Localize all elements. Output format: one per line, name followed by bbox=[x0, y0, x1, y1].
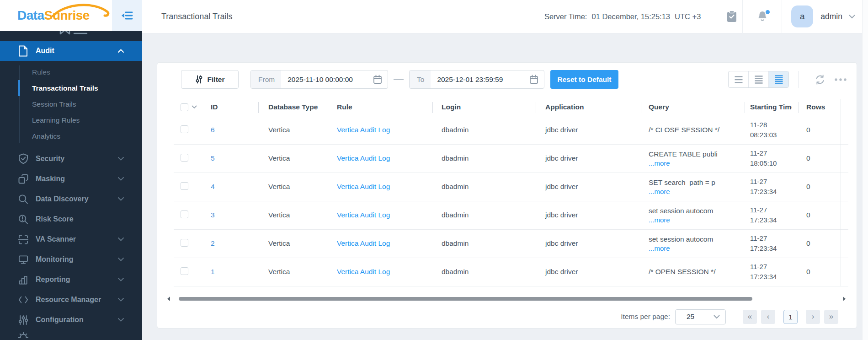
more-actions-button[interactable] bbox=[834, 77, 847, 82]
sidebar-item-configuration[interactable]: Configuration bbox=[0, 310, 142, 330]
trail-id-link[interactable]: 1 bbox=[211, 268, 215, 275]
select-all-checkbox[interactable] bbox=[181, 103, 188, 111]
sidebar-item-risk-score[interactable]: Risk Score bbox=[0, 209, 142, 229]
sidebar-item-learning-rules[interactable]: Learning Rules bbox=[0, 112, 142, 128]
cell-starting-time: 11-2717:23:34 bbox=[745, 201, 799, 229]
table-row[interactable]: 5 Vertica Vertica Audit Log dbadmin jdbc… bbox=[174, 144, 848, 173]
scroll-left-arrow[interactable] bbox=[167, 297, 170, 301]
date-from-input[interactable]: From 2025-11-10 00:00:00 bbox=[250, 70, 388, 89]
last-page-button[interactable]: » bbox=[824, 310, 838, 324]
rule-link[interactable]: Vertica Audit Log bbox=[337, 183, 390, 190]
cell-stub bbox=[841, 173, 848, 201]
column-header-rule[interactable]: Rule bbox=[328, 99, 432, 116]
cell-query: /* OPEN SESSION */ bbox=[649, 267, 745, 277]
column-header-login[interactable]: Login bbox=[432, 99, 536, 116]
gear-icon bbox=[18, 332, 29, 338]
next-page-button[interactable]: › bbox=[806, 310, 820, 324]
rule-link[interactable]: Vertica Audit Log bbox=[337, 239, 390, 247]
risk-alert-icon bbox=[18, 214, 28, 225]
table-row[interactable]: 1 Vertica Vertica Audit Log dbadmin jdbc… bbox=[174, 258, 848, 286]
sidebar-nav: Audit Rules Transactional Trails Session… bbox=[0, 31, 142, 340]
trail-id-link[interactable]: 2 bbox=[211, 239, 215, 247]
row-checkbox[interactable] bbox=[181, 239, 188, 247]
row-checkbox[interactable] bbox=[181, 210, 188, 218]
sidebar-item-partial-top[interactable] bbox=[0, 31, 142, 41]
query-more-link[interactable]: ...more bbox=[649, 216, 670, 224]
toolbar-divider bbox=[798, 71, 799, 88]
cell-starting-time: 11-2808:23:03 bbox=[745, 116, 799, 144]
starting-clock: 17:23:34 bbox=[750, 243, 799, 254]
sidebar-item-va-scanner[interactable]: VA Scanner bbox=[0, 229, 142, 249]
user-menu[interactable]: a admin bbox=[791, 5, 855, 27]
sidebar-item-masking[interactable]: Masking bbox=[0, 169, 142, 189]
sidebar-item-analytics[interactable]: Analytics bbox=[0, 128, 142, 144]
column-header-id[interactable]: ID bbox=[201, 99, 258, 116]
sidebar-item-label: Security bbox=[36, 155, 64, 163]
scrollbar-thumb[interactable] bbox=[179, 297, 752, 301]
row-checkbox[interactable] bbox=[181, 125, 188, 133]
column-header-database-type[interactable]: Database Type bbox=[258, 99, 328, 116]
row-checkbox[interactable] bbox=[181, 154, 188, 162]
density-medium-button[interactable] bbox=[748, 71, 768, 87]
table-row[interactable]: 3 Vertica Vertica Audit Log dbadmin jdbc… bbox=[174, 201, 848, 229]
query-more-link[interactable]: ...more bbox=[649, 244, 670, 252]
current-page-button[interactable]: 1 bbox=[783, 310, 798, 324]
rule-link[interactable]: Vertica Audit Log bbox=[337, 211, 390, 219]
sidebar-item-rules[interactable]: Rules bbox=[0, 64, 142, 80]
table-row[interactable]: 4 Vertica Vertica Audit Log dbadmin jdbc… bbox=[174, 173, 848, 201]
cell-stub bbox=[841, 144, 848, 173]
sidebar-item-audit[interactable]: Audit bbox=[0, 41, 142, 61]
reset-to-default-button[interactable]: Reset to Default bbox=[550, 70, 618, 89]
cell-application: jdbc driver bbox=[536, 258, 641, 286]
rule-link[interactable]: Vertica Audit Log bbox=[337, 268, 390, 275]
sidebar-item-partial-bottom[interactable] bbox=[0, 330, 142, 338]
three-lines-icon bbox=[734, 75, 744, 85]
items-per-page-select[interactable]: 25 bbox=[675, 309, 726, 324]
chevron-down-icon bbox=[714, 315, 720, 319]
query-more-link[interactable]: ...more bbox=[649, 159, 670, 167]
column-header-application[interactable]: Application bbox=[536, 99, 641, 116]
calendar-icon[interactable] bbox=[373, 75, 382, 84]
sidebar-item-monitoring[interactable]: Monitoring bbox=[0, 249, 142, 270]
notification-badge bbox=[766, 10, 770, 14]
refresh-button[interactable] bbox=[815, 74, 825, 85]
sunrise-arc-icon bbox=[51, 2, 115, 18]
notifications-button[interactable] bbox=[743, 0, 782, 33]
query-more-link[interactable]: ...more bbox=[649, 188, 670, 195]
column-header-starting-time[interactable]: Starting Time bbox=[745, 99, 799, 116]
tasks-button[interactable] bbox=[721, 0, 742, 33]
trail-id-link[interactable]: 6 bbox=[211, 126, 215, 134]
table-row[interactable]: 6 Vertica Vertica Audit Log dbadmin jdbc… bbox=[174, 116, 848, 144]
trail-id-link[interactable]: 4 bbox=[211, 183, 215, 190]
rule-link[interactable]: Vertica Audit Log bbox=[337, 154, 390, 162]
date-to-input[interactable]: To 2025-12-01 23:59:59 bbox=[409, 70, 544, 89]
density-compact-button[interactable] bbox=[768, 71, 788, 87]
table-row[interactable]: 2 Vertica Vertica Audit Log dbadmin jdbc… bbox=[174, 229, 848, 258]
trail-id-link[interactable]: 5 bbox=[211, 154, 215, 162]
first-page-button[interactable]: « bbox=[743, 310, 757, 324]
row-checkbox[interactable] bbox=[181, 267, 188, 275]
scroll-right-arrow[interactable] bbox=[843, 297, 846, 301]
sidebar-item-data-discovery[interactable]: Data Discovery bbox=[0, 189, 142, 209]
window-scrollbar[interactable] bbox=[862, 0, 868, 340]
density-loose-button[interactable] bbox=[729, 71, 748, 87]
sidebar-item-session-trails[interactable]: Session Trails bbox=[0, 96, 142, 112]
cell-login: dbadmin bbox=[432, 116, 536, 144]
filter-button[interactable]: Filter bbox=[181, 70, 239, 89]
sidebar-item-resource-manager[interactable]: Resource Manager bbox=[0, 290, 142, 310]
column-header-rows[interactable]: Rows bbox=[799, 99, 841, 116]
column-header-query[interactable]: Query bbox=[641, 99, 745, 116]
calendar-icon[interactable] bbox=[529, 75, 538, 84]
row-checkbox[interactable] bbox=[181, 182, 188, 190]
sidebar-item-reporting[interactable]: Reporting bbox=[0, 270, 142, 290]
chevron-down-icon[interactable] bbox=[192, 105, 197, 109]
sidebar-item-transactional-trails[interactable]: Transactional Trails bbox=[0, 80, 142, 96]
column-header-stub bbox=[841, 99, 848, 116]
cell-starting-time: 11-2717:23:34 bbox=[745, 258, 799, 286]
previous-page-button[interactable]: ‹ bbox=[761, 310, 775, 324]
rule-link[interactable]: Vertica Audit Log bbox=[337, 126, 390, 134]
sidebar-item-security[interactable]: Security bbox=[0, 149, 142, 169]
cell-application: jdbc driver bbox=[536, 201, 641, 229]
trail-id-link[interactable]: 3 bbox=[211, 211, 215, 219]
sidebar-collapse-button[interactable] bbox=[112, 0, 142, 31]
